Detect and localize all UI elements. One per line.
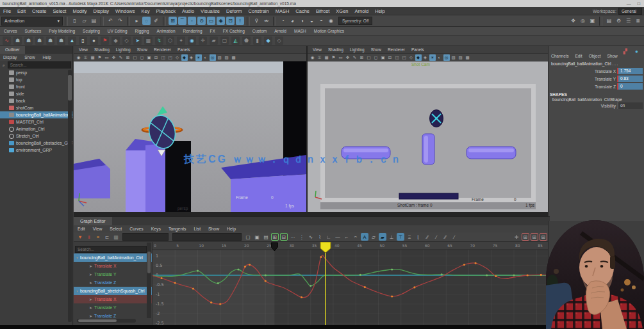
show-manipulator-icon[interactable]: ✥ (569, 17, 577, 25)
ge-lattice-deform-icon[interactable]: ▤ (262, 233, 270, 241)
outliner-item[interactable]: side (0, 90, 72, 97)
safe-action-icon[interactable]: ◫ (394, 54, 400, 61)
ge-menu-curves[interactable]: Curves (126, 225, 147, 232)
redo-icon[interactable]: ↷ (116, 17, 124, 25)
ge-menu-list[interactable]: List (190, 225, 204, 232)
keyframe-dot[interactable] (391, 295, 393, 297)
ik-handle-icon[interactable]: ✦ (177, 36, 185, 45)
filter-icon[interactable]: ⌕ (1, 61, 6, 68)
keyframe-dot[interactable] (210, 301, 212, 303)
field-chart-icon[interactable]: ⊡ (153, 54, 160, 61)
ge-pre-infinity-cycle-icon[interactable]: ∕∕ (424, 233, 431, 241)
lattice-icon[interactable]: ▢ (220, 36, 229, 45)
ipr-render-icon[interactable]: ◑ (298, 17, 306, 25)
ge-pre-infinity-offset-icon[interactable]: ∕ (433, 233, 440, 241)
image-plane-icon[interactable]: ▭ (104, 54, 110, 61)
pan-zoom-icon[interactable]: ✥ (111, 54, 117, 61)
graph-editor-search-input[interactable] (75, 246, 147, 253)
playblast-icon[interactable]: ▦ (144, 36, 153, 45)
ge-linear-tangent-icon[interactable]: ∟ (325, 233, 333, 241)
keyframe-dot[interactable] (495, 275, 497, 277)
highlight-icon[interactable]: ▣ (588, 17, 597, 25)
keyframe-dot[interactable] (320, 256, 322, 258)
file-save-icon[interactable]: ▤ (90, 17, 98, 25)
grid-icon[interactable]: ⊞ (359, 54, 365, 61)
panel-menu-shading[interactable]: Shading (91, 46, 113, 54)
isolate-select-icon[interactable]: ▩ (465, 54, 471, 61)
cb-manip-icon[interactable]: ● (632, 47, 641, 56)
panel-menu-lighting[interactable]: Lighting (347, 46, 368, 54)
safe-title-icon[interactable]: ◰ (167, 54, 174, 61)
sidebar-channel-box-icon[interactable]: ☰ (624, 17, 632, 25)
safe-title-icon[interactable]: ◰ (401, 54, 408, 61)
keyframe-dot[interactable] (217, 282, 219, 284)
shelf-tab-rigging[interactable]: Rigging (131, 27, 153, 36)
xray-icon[interactable]: ▨ (458, 54, 464, 61)
shelf-tab-fx-caching[interactable]: FX Caching (219, 27, 249, 36)
outliner-menu-show[interactable]: Show (21, 54, 38, 61)
render-settings-icon[interactable]: ◒ (308, 17, 316, 25)
ge-channel-row[interactable]: ➤Translate X (74, 295, 152, 303)
viewport-divider[interactable] (306, 46, 308, 216)
minimize-button[interactable]: — (627, 0, 631, 7)
keyframe-dot[interactable] (161, 277, 163, 279)
film-gate-icon[interactable]: ▢ (366, 54, 372, 61)
snap-curve-icon[interactable]: ⌒ (178, 17, 186, 25)
keyframe-dot[interactable] (197, 270, 199, 272)
ge-menu-keys[interactable]: Keys (147, 225, 165, 232)
ge-channel-row[interactable]: ➤Translate X (74, 262, 152, 270)
outliner-item[interactable]: bouncingBall_obstacles_GRP (0, 140, 72, 147)
sidebar-attribute-editor-icon[interactable]: ▤ (605, 17, 613, 25)
keyframe-dot[interactable] (192, 287, 194, 289)
graph-outliner-scrollbar[interactable] (147, 243, 151, 318)
outliner-item[interactable]: front (0, 83, 72, 90)
safe-action-icon[interactable]: ◫ (160, 54, 167, 61)
ge-free-tangent-weight-icon[interactable]: Ξ (406, 233, 413, 241)
keyframe-dot[interactable] (219, 303, 221, 305)
ge-plateau-tangent-icon[interactable]: ⌢ (352, 233, 359, 241)
ge-menu-select[interactable]: Select (106, 225, 126, 232)
image-plane-icon[interactable]: ▭ (338, 54, 344, 61)
snap-grid-icon[interactable]: ⊞ (169, 17, 177, 25)
ge-snap-time-icon[interactable]: ⋯ (289, 233, 297, 241)
panel-menu-panels[interactable]: Panels (408, 46, 427, 54)
isolate-select-icon[interactable]: ▩ (231, 54, 237, 61)
shaded-icon[interactable]: ◆ (181, 54, 188, 61)
wireframe-icon[interactable]: ◇ (408, 54, 415, 61)
lasso-select-icon[interactable]: ◌ (142, 17, 151, 25)
sculpt-icon[interactable]: ◆ (264, 36, 272, 45)
paint-select-icon[interactable]: ✐ (152, 17, 160, 25)
xray-icon[interactable]: ▨ (224, 54, 230, 61)
ground-bar[interactable] (399, 193, 458, 199)
obstacle-bar-center[interactable] (422, 134, 434, 164)
locator-icon[interactable]: ✛ (199, 36, 207, 45)
outliner-item[interactable]: MASTER_Ctrl (0, 118, 72, 125)
wireframe-icon[interactable]: ◇ (174, 54, 181, 61)
motion-trail-icon[interactable]: ➤ (133, 36, 142, 45)
ge-unify-tangents-icon[interactable]: ⊤ (397, 233, 404, 241)
outliner-menu-display[interactable]: Display (0, 54, 20, 61)
soft-select-icon[interactable]: ◎ (579, 17, 587, 25)
flag-icon[interactable]: ⚑ (101, 36, 109, 45)
ge-pin-channel-icon[interactable]: ✛ (513, 233, 520, 241)
film-gate-icon[interactable]: ▢ (132, 54, 138, 61)
ge-open-trax-icon[interactable]: ⊞ (531, 233, 538, 241)
ge-object-row[interactable]: ▾bouncingBall_ballAnimation_Ctrl (74, 253, 152, 262)
keyframe-dot[interactable] (249, 264, 251, 266)
panel-menu-lighting[interactable]: Lighting (113, 46, 134, 54)
ge-post-infinity-offset-icon[interactable]: ∕ (450, 233, 458, 241)
workspace-value[interactable]: General (618, 8, 642, 15)
ge-lock-tangent-weight-icon[interactable]: ⌊ (415, 233, 422, 241)
ge-normalize-icon[interactable]: ≡ (94, 233, 102, 241)
select-camera-icon[interactable]: ◉ (310, 54, 316, 61)
menu-edit[interactable]: Edit (14, 7, 29, 15)
ge-open-dope-sheet-icon[interactable]: ⊞ (522, 233, 529, 241)
ge-break-tangents-icon[interactable]: ⊥ (388, 233, 395, 241)
ge-post-infinity-cycle-icon[interactable]: ∕∕ (442, 233, 449, 241)
make-live-icon[interactable]: ◈ (217, 17, 225, 25)
visibility-value[interactable]: on (617, 102, 643, 109)
constraint-icon[interactable]: ⬡ (166, 36, 174, 45)
keyframe-dot[interactable] (441, 273, 443, 275)
outliner-item[interactable]: Animation_Ctrl (0, 125, 72, 132)
menu-create[interactable]: Create (29, 7, 50, 15)
